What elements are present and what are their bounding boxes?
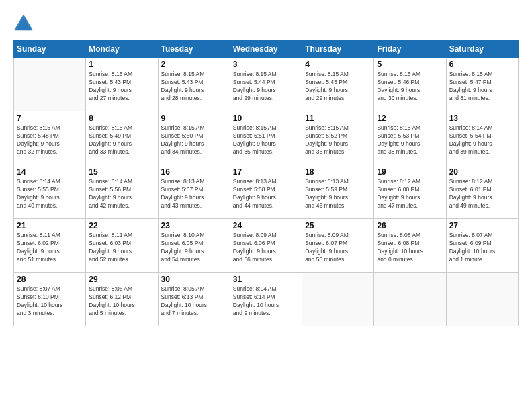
day-info: Sunrise: 8:13 AM Sunset: 5:59 PM Dayligh… (305, 178, 371, 210)
calendar-cell: 31Sunrise: 8:04 AM Sunset: 6:14 PM Dayli… (230, 273, 302, 326)
day-info: Sunrise: 8:15 AM Sunset: 5:47 PM Dayligh… (449, 71, 515, 103)
calendar-cell: 29Sunrise: 8:06 AM Sunset: 6:12 PM Dayli… (86, 273, 158, 326)
day-info: Sunrise: 8:15 AM Sunset: 5:45 PM Dayligh… (305, 71, 371, 103)
logo-icon (13, 13, 34, 34)
calendar-cell: 27Sunrise: 8:07 AM Sunset: 6:09 PM Dayli… (446, 219, 518, 273)
weekday-header: Thursday (302, 41, 374, 58)
calendar-cell: 10Sunrise: 8:15 AM Sunset: 5:51 PM Dayli… (230, 111, 302, 165)
weekday-header-row: SundayMondayTuesdayWednesdayThursdayFrid… (14, 41, 519, 58)
day-info: Sunrise: 8:15 AM Sunset: 5:43 PM Dayligh… (89, 71, 154, 103)
calendar-cell (374, 273, 446, 326)
day-info: Sunrise: 8:11 AM Sunset: 6:02 PM Dayligh… (17, 232, 83, 264)
day-number: 6 (449, 60, 515, 69)
day-number: 14 (17, 167, 83, 177)
calendar-cell: 20Sunrise: 8:12 AM Sunset: 6:01 PM Dayli… (446, 165, 518, 219)
weekday-header: Tuesday (158, 41, 230, 58)
calendar-cell: 11Sunrise: 8:15 AM Sunset: 5:52 PM Dayli… (302, 111, 374, 165)
day-info: Sunrise: 8:11 AM Sunset: 6:03 PM Dayligh… (89, 232, 154, 264)
calendar-cell: 12Sunrise: 8:15 AM Sunset: 5:53 PM Dayli… (374, 111, 446, 165)
day-info: Sunrise: 8:15 AM Sunset: 5:46 PM Dayligh… (377, 71, 443, 103)
day-number: 20 (449, 167, 515, 177)
day-info: Sunrise: 8:07 AM Sunset: 6:09 PM Dayligh… (449, 232, 515, 264)
day-number: 16 (161, 167, 227, 177)
day-number: 23 (161, 221, 227, 230)
day-info: Sunrise: 8:15 AM Sunset: 5:43 PM Dayligh… (161, 71, 227, 103)
day-info: Sunrise: 8:12 AM Sunset: 6:01 PM Dayligh… (449, 178, 515, 210)
day-info: Sunrise: 8:14 AM Sunset: 5:56 PM Dayligh… (89, 178, 154, 210)
calendar-cell: 17Sunrise: 8:13 AM Sunset: 5:58 PM Dayli… (230, 165, 302, 219)
calendar-cell: 8Sunrise: 8:15 AM Sunset: 5:49 PM Daylig… (86, 111, 158, 165)
calendar-week-row: 7Sunrise: 8:15 AM Sunset: 5:48 PM Daylig… (14, 111, 519, 165)
calendar-cell: 23Sunrise: 8:10 AM Sunset: 6:05 PM Dayli… (158, 219, 230, 273)
day-info: Sunrise: 8:13 AM Sunset: 5:58 PM Dayligh… (233, 178, 299, 210)
day-number: 3 (233, 60, 299, 69)
day-number: 1 (89, 60, 154, 69)
day-info: Sunrise: 8:15 AM Sunset: 5:49 PM Dayligh… (89, 124, 154, 156)
calendar-cell: 24Sunrise: 8:09 AM Sunset: 6:06 PM Dayli… (230, 219, 302, 273)
day-number: 15 (89, 167, 154, 177)
calendar-cell: 3Sunrise: 8:15 AM Sunset: 5:44 PM Daylig… (230, 58, 302, 111)
day-info: Sunrise: 8:12 AM Sunset: 6:00 PM Dayligh… (377, 178, 443, 210)
day-number: 2 (161, 60, 227, 69)
day-number: 27 (449, 221, 515, 230)
day-info: Sunrise: 8:15 AM Sunset: 5:48 PM Dayligh… (17, 124, 83, 156)
calendar-cell: 7Sunrise: 8:15 AM Sunset: 5:48 PM Daylig… (14, 111, 86, 165)
day-number: 26 (377, 221, 443, 230)
day-number: 17 (233, 167, 299, 177)
day-info: Sunrise: 8:15 AM Sunset: 5:51 PM Dayligh… (233, 124, 299, 156)
calendar-cell (14, 58, 86, 111)
weekday-header: Saturday (446, 41, 518, 58)
day-info: Sunrise: 8:15 AM Sunset: 5:44 PM Dayligh… (233, 71, 299, 103)
calendar-cell: 19Sunrise: 8:12 AM Sunset: 6:00 PM Dayli… (374, 165, 446, 219)
day-info: Sunrise: 8:14 AM Sunset: 5:54 PM Dayligh… (449, 124, 515, 156)
calendar-cell: 28Sunrise: 8:07 AM Sunset: 6:10 PM Dayli… (14, 273, 86, 326)
day-info: Sunrise: 8:10 AM Sunset: 6:05 PM Dayligh… (161, 232, 227, 264)
day-info: Sunrise: 8:15 AM Sunset: 5:53 PM Dayligh… (377, 124, 443, 156)
weekday-header: Sunday (14, 41, 86, 58)
day-number: 18 (305, 167, 371, 177)
day-number: 10 (233, 113, 299, 123)
calendar-week-row: 14Sunrise: 8:14 AM Sunset: 5:55 PM Dayli… (14, 165, 519, 219)
weekday-header: Monday (86, 41, 158, 58)
calendar-cell: 30Sunrise: 8:05 AM Sunset: 6:13 PM Dayli… (158, 273, 230, 326)
day-number: 12 (377, 113, 443, 123)
day-info: Sunrise: 8:15 AM Sunset: 5:52 PM Dayligh… (305, 124, 371, 156)
calendar-cell: 21Sunrise: 8:11 AM Sunset: 6:02 PM Dayli… (14, 219, 86, 273)
calendar-cell: 22Sunrise: 8:11 AM Sunset: 6:03 PM Dayli… (86, 219, 158, 273)
calendar-cell (446, 273, 518, 326)
calendar-week-row: 1Sunrise: 8:15 AM Sunset: 5:43 PM Daylig… (14, 58, 519, 111)
calendar-cell: 5Sunrise: 8:15 AM Sunset: 5:46 PM Daylig… (374, 58, 446, 111)
logo (13, 13, 36, 34)
day-number: 21 (17, 221, 83, 230)
calendar-cell: 18Sunrise: 8:13 AM Sunset: 5:59 PM Dayli… (302, 165, 374, 219)
day-number: 4 (305, 60, 371, 69)
day-number: 22 (89, 221, 154, 230)
day-info: Sunrise: 8:09 AM Sunset: 6:07 PM Dayligh… (305, 232, 371, 264)
day-number: 24 (233, 221, 299, 230)
calendar-table: SundayMondayTuesdayWednesdayThursdayFrid… (13, 40, 519, 326)
day-number: 29 (89, 275, 154, 284)
calendar-cell: 16Sunrise: 8:13 AM Sunset: 5:57 PM Dayli… (158, 165, 230, 219)
calendar-cell: 13Sunrise: 8:14 AM Sunset: 5:54 PM Dayli… (446, 111, 518, 165)
weekday-header: Friday (374, 41, 446, 58)
day-number: 19 (377, 167, 443, 177)
calendar-week-row: 21Sunrise: 8:11 AM Sunset: 6:02 PM Dayli… (14, 219, 519, 273)
calendar-cell: 26Sunrise: 8:08 AM Sunset: 6:08 PM Dayli… (374, 219, 446, 273)
calendar-cell: 2Sunrise: 8:15 AM Sunset: 5:43 PM Daylig… (158, 58, 230, 111)
day-number: 31 (233, 275, 299, 284)
day-number: 13 (449, 113, 515, 123)
day-number: 25 (305, 221, 371, 230)
calendar-cell: 9Sunrise: 8:15 AM Sunset: 5:50 PM Daylig… (158, 111, 230, 165)
day-info: Sunrise: 8:08 AM Sunset: 6:08 PM Dayligh… (377, 232, 443, 264)
calendar-cell: 4Sunrise: 8:15 AM Sunset: 5:45 PM Daylig… (302, 58, 374, 111)
calendar-cell: 14Sunrise: 8:14 AM Sunset: 5:55 PM Dayli… (14, 165, 86, 219)
day-number: 9 (161, 113, 227, 123)
day-info: Sunrise: 8:14 AM Sunset: 5:55 PM Dayligh… (17, 178, 83, 210)
calendar-cell: 15Sunrise: 8:14 AM Sunset: 5:56 PM Dayli… (86, 165, 158, 219)
calendar-week-row: 28Sunrise: 8:07 AM Sunset: 6:10 PM Dayli… (14, 273, 519, 326)
day-info: Sunrise: 8:05 AM Sunset: 6:13 PM Dayligh… (161, 285, 227, 318)
day-number: 7 (17, 113, 83, 123)
day-number: 5 (377, 60, 443, 69)
day-info: Sunrise: 8:09 AM Sunset: 6:06 PM Dayligh… (233, 232, 299, 264)
page-header (13, 13, 519, 34)
